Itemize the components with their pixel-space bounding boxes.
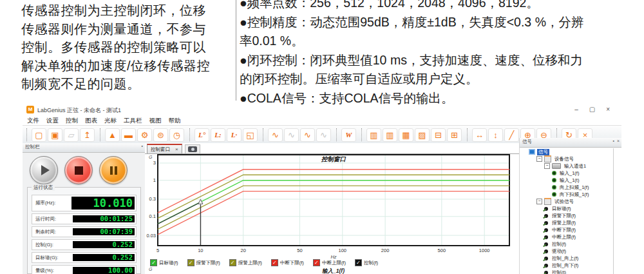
test-icon	[544, 207, 548, 211]
menu-item-文件[interactable]: 文件	[27, 115, 39, 125]
legend-item[interactable]: ✓报警下限(f)	[187, 259, 220, 266]
close-icon[interactable]: ×	[606, 106, 610, 113]
y-expand-icon[interactable]: ↕	[488, 128, 503, 142]
legend-label: 报警上限(f)	[238, 260, 262, 266]
restore-icon[interactable]: ▢	[589, 106, 595, 113]
legend-checkbox-icon[interactable]: ✓	[271, 259, 278, 266]
pin-icon[interactable]: ▪	[612, 139, 614, 143]
tree-expander-icon[interactable]: −	[536, 156, 542, 162]
signal-tree: 信号−设备信号−输入通道1输入_1(f)输入_1(t)向上扫频_1(f)向下扫频…	[526, 148, 614, 274]
tree-expander-icon[interactable]: −	[544, 163, 550, 169]
menu-item-图表[interactable]: 图表	[85, 115, 97, 125]
test-icon	[544, 228, 548, 232]
level-down-icon[interactable]: L·	[227, 128, 242, 142]
tree-node-控制_向上(f)[interactable]: 控制_向上(f)	[526, 255, 613, 262]
pin-icon[interactable]: ▪	[142, 144, 143, 148]
status-label: 量级(%):	[35, 268, 54, 274]
settings-gear-icon[interactable]: ⚙	[137, 128, 152, 142]
legend-checkbox-icon[interactable]: ✓	[313, 259, 320, 266]
menu-item-工具栏[interactable]: 工具栏	[124, 115, 142, 125]
tree-node-中断下限(f)[interactable]: 中断下限(f)	[526, 226, 613, 233]
tree-node-目标谱(f)[interactable]: 目标谱(f)	[526, 205, 613, 212]
legend-item[interactable]: ✓中断上限(f)	[313, 259, 346, 266]
tree-node-输入_1(f)[interactable]: 输入_1(f)	[526, 170, 613, 177]
x-expand-icon[interactable]: ↔	[472, 128, 487, 142]
tab-close-icon[interactable]: ×	[175, 146, 178, 152]
tree-node-向下扫频_1(f)[interactable]: 向下扫频_1(f)	[526, 191, 613, 198]
wave-4-icon: ∿	[316, 128, 331, 142]
fit-scale-icon[interactable]: ╱	[504, 128, 519, 142]
tree-node-输入通道1[interactable]: −输入通道1	[526, 162, 613, 170]
new-file-icon[interactable]: ▢	[32, 128, 46, 142]
control-window-chart[interactable]: 控制窗口G310.30.10.0351020501002005001000Hz	[145, 153, 522, 259]
run-status-group: 运行状态 频率(Hz):10.010运行时间:00:01:25剩余时间:00:0…	[27, 187, 141, 274]
tree-node-中断上限(f)[interactable]: 中断上限(f)	[526, 233, 613, 240]
copy-window-icon[interactable]: ◱	[243, 128, 258, 142]
legend-checkbox-icon[interactable]: ✓	[355, 259, 362, 266]
pause-button[interactable]	[99, 156, 128, 184]
stop-button[interactable]	[64, 156, 93, 184]
camera-icon	[188, 146, 197, 152]
level-mid-icon[interactable]: L:	[211, 128, 225, 142]
tree-node-报警下限(f)[interactable]: 报警下限(f)	[526, 212, 613, 219]
signals-panel: 信号 ▪× 信号−设备信号−输入通道1输入_1(f)输入_1(t)向上扫频_1(…	[519, 138, 621, 274]
wave-1-icon[interactable]: ∿	[268, 128, 283, 142]
status-value-lcd: 0.252	[73, 254, 135, 261]
legend-checkbox-icon[interactable]: ✓	[187, 259, 194, 266]
tree-node-控制_向下(f)[interactable]: 控制_向下(f)	[526, 262, 613, 269]
level-up-icon[interactable]: L°	[194, 128, 209, 142]
start-button[interactable]	[30, 156, 58, 184]
status-value-lcd: 10.010	[71, 197, 135, 210]
snapshot-button[interactable]	[185, 144, 200, 153]
save-icon[interactable]: ▣	[48, 128, 62, 142]
tree-node-报警上限(f)[interactable]: 报警上限(f)	[526, 219, 613, 226]
log-view-3-icon[interactable]: ▦	[399, 128, 413, 142]
tree-expander-icon[interactable]: −	[536, 199, 542, 204]
menu-item-设置[interactable]: 设置	[46, 115, 59, 125]
legend-item[interactable]: ✓控制(f)	[355, 259, 378, 266]
menu-item-帮助[interactable]: 帮助	[169, 115, 181, 125]
run-test-icon[interactable]: ▲	[105, 128, 120, 142]
export-icon[interactable]: ↥	[80, 128, 95, 142]
tree-node-信号[interactable]: 信号	[526, 148, 613, 155]
menu-item-控制[interactable]: 控制	[66, 115, 78, 125]
signals-title: 信号	[522, 139, 532, 144]
root-icon	[529, 149, 535, 155]
legend-label: 中断上限(f)	[322, 260, 346, 266]
tree-node-输入_1(t)[interactable]: 输入_1(t)	[526, 177, 613, 184]
tab-control-window[interactable]: 控制窗口 ×	[147, 144, 182, 153]
status-label: 运行时间:	[35, 216, 56, 222]
tree-node-向上扫频_1(f)[interactable]: 向上扫频_1(f)	[526, 184, 613, 191]
tree-node-试验信号[interactable]: −试验信号	[526, 198, 613, 205]
legend-checkbox-icon[interactable]: ✓	[229, 259, 236, 266]
schedule-clock-icon[interactable]: ◷	[169, 128, 184, 142]
log-view-4-icon[interactable]: ▨	[415, 128, 430, 142]
menu-item-光标[interactable]: 光标	[104, 115, 117, 125]
word-report-icon[interactable]: W	[341, 128, 356, 142]
legend-item[interactable]: ✓中断下限(f)	[271, 259, 304, 266]
input-icon	[552, 171, 556, 175]
log-view-2-icon[interactable]: ▥	[383, 128, 397, 142]
chart-xlabel: Hz	[330, 254, 336, 259]
layout-icon[interactable]: ⊟	[431, 128, 446, 142]
shaker-icon[interactable]: ▬	[121, 128, 136, 142]
tree-node-label: 目标谱(f)	[551, 206, 573, 212]
menu-item-视图[interactable]: 视图	[149, 115, 162, 125]
legend-label: 中断下限(f)	[280, 260, 304, 266]
legend-checkbox-icon[interactable]: ✓	[150, 259, 157, 266]
grid-table-icon[interactable]: ⊞	[447, 128, 462, 142]
tree-node-驱动(f)[interactable]: 驱动(f)	[526, 248, 613, 255]
minimize-icon[interactable]: –	[574, 106, 578, 113]
legend-item[interactable]: ✓目标谱(f)	[150, 259, 178, 266]
y-tick-label: 0.3	[149, 196, 156, 202]
log-view-1-icon[interactable]: ▥	[366, 128, 381, 142]
tree-node-控制(t)[interactable]: 控制(t)	[526, 269, 613, 274]
wave-3-icon[interactable]: ∿	[300, 128, 315, 142]
profile-icon[interactable]: ⊜	[153, 128, 168, 142]
legend-label: 报警下限(f)	[196, 260, 220, 266]
tree-node-控制(f)[interactable]: 控制(f)	[526, 240, 613, 248]
tree-node-label: 设备信号	[553, 156, 575, 162]
tree-node-设备信号[interactable]: −设备信号	[526, 155, 613, 162]
legend-item[interactable]: ✓报警上限(f)	[229, 259, 262, 266]
panel-close-icon[interactable]: ×	[617, 139, 620, 143]
